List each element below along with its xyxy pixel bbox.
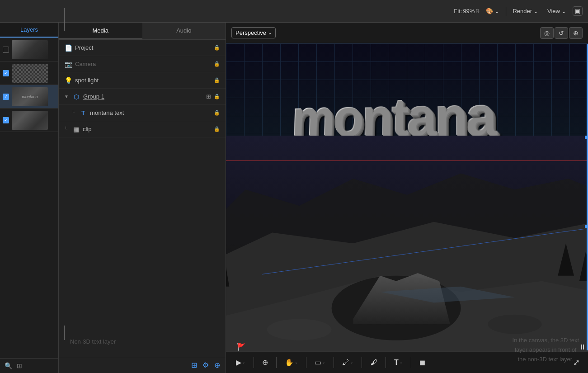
montana-indent-line: └ [71, 110, 75, 115]
tab-audio[interactable]: Audio [142, 23, 226, 39]
thumb-row-4[interactable] [0, 109, 58, 132]
render-button[interactable]: Render ⌄ [510, 7, 541, 15]
playhead-marker[interactable]: 🚩 [237, 343, 246, 351]
tool-sep-5 [362, 357, 362, 368]
view-button[interactable]: View ⌄ [545, 7, 569, 15]
layer-name-camera: Camera [75, 61, 211, 67]
shape-tool-button[interactable]: ▭ ⌄ [312, 356, 328, 368]
render-label: Render [513, 8, 532, 14]
tab-layers[interactable]: Layers [0, 23, 58, 38]
path-tool-button[interactable]: 🖊 ⌄ [339, 357, 356, 368]
shape-chevron-icon: ⌄ [322, 360, 325, 364]
mask-tool-button[interactable]: ◼ [417, 356, 428, 368]
layout-icon[interactable]: ⊞ [17, 362, 22, 369]
path-tool-group: 🖊 ⌄ [338, 357, 358, 368]
grid-icon[interactable]: ⊞ [191, 361, 197, 369]
layer-name-spotlight: spot light [75, 77, 211, 84]
thumb-image-1 [12, 40, 48, 59]
perspective-label: Perspective [235, 29, 266, 36]
text-chevron-icon: ⌄ [400, 360, 403, 364]
top-toolbar: Fit: 99% ⇅ 🎨 ⌄ Render ⌄ View ⌄ ▣ [0, 0, 588, 23]
layer-item-project[interactable]: 📄 Project 🔒 [59, 40, 226, 56]
add-layer-icon[interactable]: ⊕ [214, 361, 220, 369]
layer-thumbnails-panel: Layers montana 🔍 [0, 23, 59, 373]
layer-list-bottom: ⊞ ⚙ ⊕ [59, 357, 226, 373]
layer-name-project: Project [75, 44, 211, 51]
color-mode-icon: 🎨 [486, 8, 493, 14]
layer-item-clip[interactable]: └ ▦ clip 🔒 [59, 121, 226, 137]
group1-expand-icon[interactable]: ▼ [64, 94, 69, 99]
layout-toggle-button[interactable]: ▣ [573, 6, 583, 16]
panel-tabs: Layers [0, 23, 58, 38]
settings-icon[interactable]: ⚙ [202, 361, 209, 369]
layer-tabs: Media Audio [59, 23, 226, 40]
thumb-checkbox-1[interactable] [3, 47, 9, 53]
text-tool-button[interactable]: T ⌄ [391, 357, 405, 368]
layer-name-montana: montana text [90, 109, 211, 116]
canvas-viewport[interactable]: montana [226, 43, 588, 351]
clip-lock-icon: 🔒 [214, 126, 220, 132]
fit-label: Fit: [454, 8, 462, 14]
mask-icon: ◼ [419, 358, 425, 367]
thumb-row-1[interactable] [0, 38, 58, 61]
annotation-non3d-label: Non-3D text layer [70, 338, 116, 345]
tool-sep-7 [411, 357, 411, 368]
fit-value: 99% [463, 8, 475, 14]
camera-icon: 📷 [64, 61, 72, 68]
select-icon: ▶ [236, 358, 241, 367]
canvas-icon-btn-1[interactable]: ◎ [540, 27, 554, 39]
brush-icon: 🖌 [370, 359, 377, 367]
thumb-checkbox-3[interactable] [3, 94, 9, 100]
brush-tool-button[interactable]: 🖌 [367, 357, 380, 368]
canvas-icon-btn-3[interactable]: ⊕ [569, 27, 583, 39]
canvas-handle-bottom[interactable] [585, 225, 588, 228]
left-panel-bottom: 🔍 ⊞ [0, 358, 58, 373]
end-marker[interactable]: ⏸ [579, 343, 586, 351]
annotation-canvas-label: In the canvas, the 3D text layer appears… [513, 336, 579, 364]
thumb-checkbox-2[interactable] [3, 70, 9, 76]
layer-list: 📄 Project 🔒 📷 Camera 🔒 💡 spot light 🔒 ▼ … [59, 40, 226, 357]
camera-lock-icon: 🔒 [214, 61, 220, 67]
search-icon[interactable]: 🔍 [5, 362, 12, 369]
main-layout: Layers montana 🔍 [0, 23, 588, 373]
clip-indent-line: └ [64, 127, 67, 132]
group1-multi-icon: ⊞ [206, 93, 211, 100]
thumb-row-3[interactable]: montana [0, 85, 58, 109]
layer-item-group1[interactable]: ▼ ⬡ Group 1 ⊞ 🔒 [59, 89, 226, 105]
svg-point-6 [267, 319, 332, 340]
group1-icon: ⬡ [72, 93, 80, 100]
view-chevron-icon: ⌄ [561, 8, 566, 14]
toolbar-separator-1 [506, 7, 506, 16]
path-icon: 🖊 [342, 359, 349, 367]
3d-tool-button[interactable]: ⊕ [259, 356, 271, 368]
fit-arrows-icon[interactable]: ⇅ [475, 8, 480, 14]
tab-media[interactable]: Media [59, 23, 142, 39]
thumb-checkbox-4[interactable] [3, 117, 9, 123]
canvas-handle-top[interactable] [585, 136, 588, 139]
3d-tool-group: ⊕ [258, 356, 273, 368]
thumb-image-4 [12, 111, 48, 130]
terrain-svg [226, 136, 588, 351]
canvas-icon-btn-2[interactable]: ↺ [555, 27, 568, 39]
thumb-row-2[interactable] [0, 61, 58, 85]
pan-tool-button[interactable]: ✋ ⌄ [282, 356, 301, 368]
layer-item-camera[interactable]: 📷 Camera 🔒 [59, 56, 226, 72]
tool-sep-4 [334, 357, 334, 368]
shape-icon: ▭ [315, 358, 321, 367]
color-mode-button[interactable]: 🎨 ⌄ [483, 7, 502, 15]
project-lock-icon: 🔒 [214, 45, 220, 51]
montana-text-icon: T [79, 109, 87, 116]
spotlight-icon: 💡 [64, 77, 72, 84]
canvas-toolbar: Perspective ⌄ ◎ ↺ ⊕ [226, 23, 588, 43]
select-tool-button[interactable]: ▶ ⌄ [233, 356, 248, 368]
hand-icon: ✋ [285, 358, 294, 367]
fit-display: Fit: 99% ⇅ [454, 8, 480, 14]
canvas-right-icons: ◎ ↺ ⊕ [540, 27, 583, 39]
perspective-chevron-icon: ⌄ [268, 30, 272, 35]
layer-item-montana-text[interactable]: └ T montana text 🔒 [59, 105, 226, 121]
select-chevron-icon: ⌄ [242, 360, 245, 364]
clip-icon: ▦ [72, 126, 80, 133]
layer-item-spotlight[interactable]: 💡 spot light 🔒 [59, 72, 226, 89]
perspective-dropdown[interactable]: Perspective ⌄ [231, 27, 276, 38]
tool-sep-3 [306, 357, 306, 368]
